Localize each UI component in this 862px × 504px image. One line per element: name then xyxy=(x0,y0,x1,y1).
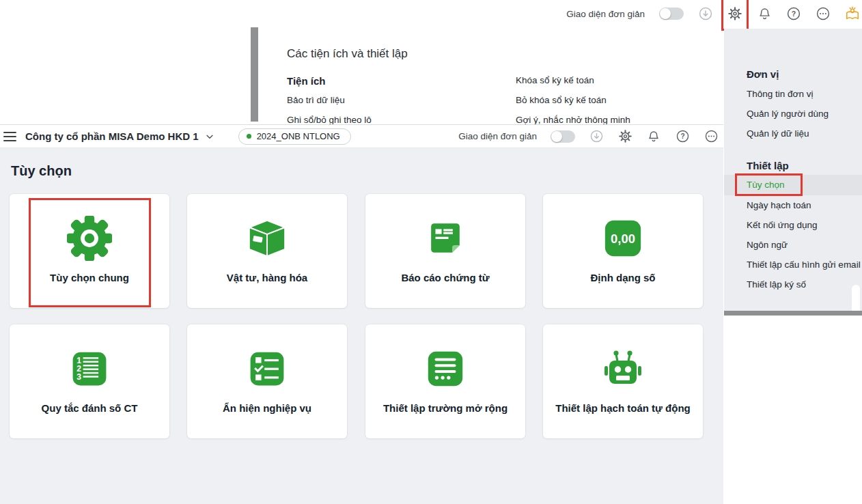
explore-icon[interactable] xyxy=(845,6,860,21)
annotation-rectangle-gear xyxy=(721,0,749,31)
page-title: Tùy chọn xyxy=(11,163,72,179)
box-icon xyxy=(246,213,288,264)
panel-horizontal-scrollbar[interactable] xyxy=(724,311,862,316)
company-name[interactable]: Công ty cổ phần MISA Demo HKD 1 xyxy=(25,130,199,142)
download-icon[interactable] xyxy=(698,6,713,21)
card-materials-goods[interactable]: Vật tư, hàng hóa xyxy=(187,194,347,308)
gear-icon[interactable] xyxy=(727,6,742,21)
card-number-format[interactable]: 0,00 Định dạng số xyxy=(543,194,703,308)
annotation-rectangle-panel xyxy=(735,173,803,196)
numbered-list-icon: 123 xyxy=(69,344,110,394)
more-icon[interactable] xyxy=(704,129,719,144)
help-icon[interactable]: ? xyxy=(786,6,801,21)
card-extended-fields[interactable]: Thiết lập trường mở rộng xyxy=(365,324,525,438)
link-batch-posting[interactable]: Ghi sổ/bỏ ghi theo lô xyxy=(287,115,372,125)
card-label: Thiết lập hạch toán tự động xyxy=(555,402,691,414)
panel-item-data-management[interactable]: Quản lý dữ liệu xyxy=(747,128,809,139)
svg-text:?: ? xyxy=(792,10,796,18)
menu-icon[interactable] xyxy=(3,132,16,141)
number-format-icon: 0,00 xyxy=(602,213,644,264)
gear-icon[interactable] xyxy=(617,129,632,144)
card-label: Vật tư, hàng hóa xyxy=(227,272,307,283)
panel-item-app-connection[interactable]: Kết nối ứng dụng xyxy=(747,220,818,230)
workspace-badge-label: 2024_ONB NTLONG xyxy=(257,131,340,141)
extended-fields-icon xyxy=(424,344,467,394)
simple-ui-label: Giao diện đơn giản xyxy=(566,9,645,19)
card-label: Báo cáo chứng từ xyxy=(401,272,489,283)
simple-ui-toggle[interactable] xyxy=(551,130,575,143)
checklist-icon xyxy=(247,344,288,394)
link-smart-reminders[interactable]: Gợi ý, nhắc nhở thông minh xyxy=(516,115,630,125)
panel-item-digital-signature[interactable]: Thiết lập ký số xyxy=(747,279,806,290)
number-format-sample: 0,00 xyxy=(611,232,635,246)
more-icon[interactable] xyxy=(816,6,831,21)
robot-icon xyxy=(601,344,645,394)
utilities-heading: Các tiện ích và thiết lập xyxy=(287,47,408,61)
vertical-scrollbar[interactable] xyxy=(251,27,258,122)
top-toolbar: Giao diện đơn giản ? xyxy=(566,3,860,25)
card-label: Định dạng số xyxy=(591,272,656,283)
panel-section-unit: Đơn vị xyxy=(747,68,779,80)
panel-item-language[interactable]: Ngôn ngữ xyxy=(747,240,788,250)
header-toolbar: Giao diện đơn giản ? xyxy=(458,129,719,144)
panel-item-user-management[interactable]: Quản lý người dùng xyxy=(747,109,829,119)
link-lock-period[interactable]: Khóa sổ kỳ kế toán xyxy=(516,75,594,85)
utilities-section-title: Tiện ích xyxy=(287,75,325,87)
link-data-maintenance[interactable]: Bảo trì dữ liệu xyxy=(287,95,345,105)
options-screen: Công ty cổ phần MISA Demo HKD 1 2024_ONB… xyxy=(0,124,723,504)
svg-text:3: 3 xyxy=(77,372,81,382)
card-numbering-rules[interactable]: 123 Quy tắc đánh số CT xyxy=(10,324,169,438)
card-show-hide-operations[interactable]: Ẩn hiện nghiệp vụ xyxy=(187,324,347,438)
simple-ui-toggle[interactable] xyxy=(659,8,684,20)
settings-dropdown-panel: Đơn vị Thông tin đơn vị Quản lý người dù… xyxy=(724,29,862,316)
panel-section-setup: Thiết lập xyxy=(747,160,789,171)
link-unlock-period[interactable]: Bỏ khóa sổ kỳ kế toán xyxy=(516,95,607,105)
panel-item-unit-info[interactable]: Thông tin đơn vị xyxy=(747,89,813,99)
help-icon[interactable]: ? xyxy=(675,129,690,144)
card-label: Quy tắc đánh số CT xyxy=(42,402,138,414)
simple-ui-label: Giao diện đơn giản xyxy=(458,131,537,141)
annotation-rectangle-card xyxy=(29,198,151,307)
bell-icon[interactable] xyxy=(646,129,661,144)
panel-item-email-config[interactable]: Thiết lập cấu hình gửi email xyxy=(747,260,861,270)
status-dot xyxy=(247,134,251,139)
svg-text:?: ? xyxy=(680,132,684,140)
card-label: Ẩn hiện nghiệp vụ xyxy=(223,402,311,414)
card-report-vouchers[interactable]: Báo cáo chứng từ xyxy=(365,194,525,308)
card-label: Thiết lập trường mở rộng xyxy=(383,402,508,414)
workspace-badge[interactable]: 2024_ONB NTLONG xyxy=(238,128,351,145)
panel-item-posting-date[interactable]: Ngày hạch toán xyxy=(747,200,811,210)
download-icon[interactable] xyxy=(589,129,604,144)
document-report-icon xyxy=(426,213,465,264)
chevron-down-icon[interactable] xyxy=(204,131,215,142)
app-header: Công ty cổ phần MISA Demo HKD 1 2024_ONB… xyxy=(0,125,723,148)
bell-icon[interactable] xyxy=(757,6,772,21)
card-auto-posting[interactable]: Thiết lập hạch toán tự động xyxy=(543,324,703,438)
